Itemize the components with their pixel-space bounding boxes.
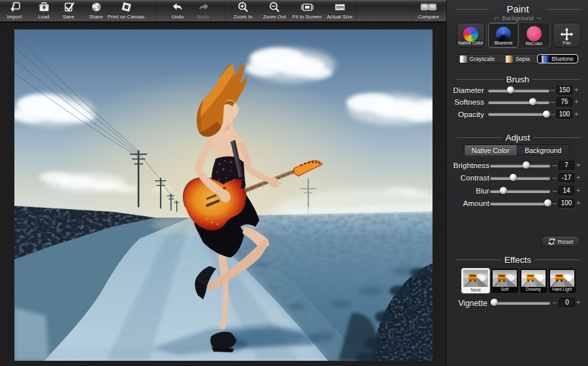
svg-text:100%: 100%	[336, 6, 344, 9]
